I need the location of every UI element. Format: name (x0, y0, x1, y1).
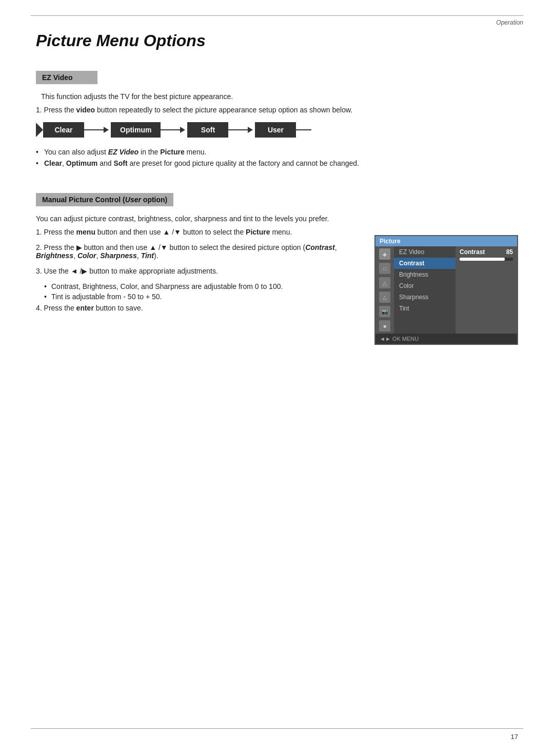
manual-sub-bullets: Contrast, Brightness, Color, and Sharpne… (44, 282, 359, 301)
operation-label: Operation (496, 19, 523, 26)
flow-arrow-2 (161, 129, 181, 130)
manual-section: Manual Picture Control (User option) You… (36, 193, 518, 345)
ez-video-bullet-1: You can also adjust EZ Video in the Pict… (36, 148, 518, 156)
flow-arrow-1 (84, 129, 105, 130)
tv-menu-footer: ◄► OK MENU (375, 334, 517, 344)
flow-box-optimum: Optimum (111, 122, 161, 138)
ez-video-flow: Clear Optimum Soft User (36, 122, 518, 138)
ez-video-header: EZ Video (36, 71, 97, 84)
manual-content: You can adjust picture contrast, brightn… (36, 215, 518, 345)
manual-header: Manual Picture Control (User option) (36, 193, 173, 206)
tv-icon-4: △ (379, 292, 390, 303)
flow-box-soft: Soft (187, 122, 228, 138)
tv-icon-1: ◆ (379, 248, 390, 260)
ez-video-section: EZ Video This function adjusts the TV fo… (36, 71, 518, 167)
page-number: 17 (0, 729, 554, 741)
tv-menu-item-contrast: Contrast (394, 258, 456, 269)
tv-menu-right-title: Contrast 85 (460, 248, 513, 256)
manual-step3: 3. Use the ◄ /▶ button to make appropria… (36, 267, 359, 275)
tv-menu-item-ezvideo: EZ Video (394, 246, 456, 258)
manual-step1: 1. Press the menu button and then use ▲ … (36, 228, 359, 236)
tv-icon-5: 📷 (379, 306, 390, 317)
ez-video-bullets: You can also adjust EZ Video in the Pict… (36, 148, 518, 167)
page-title: Picture Menu Options (36, 31, 518, 50)
tv-menu-body: ◆ □ △ △ 📷 ■ EZ Video Contrast Brightness… (375, 246, 517, 334)
manual-text: You can adjust picture contrast, brightn… (36, 215, 359, 319)
flow-start-arrow (36, 123, 43, 137)
ez-video-bullet-2: Clear, Optimum and Soft are preset for g… (36, 159, 518, 167)
tv-menu-title: Picture (375, 236, 517, 246)
tv-progress-bar (460, 258, 513, 261)
flow-arrow-3 (228, 129, 249, 130)
tv-menu-items: EZ Video Contrast Brightness Color Sharp… (394, 246, 456, 334)
manual-sub-bullet-2: Tint is adjustable from - 50 to + 50. (44, 293, 359, 301)
manual-sub-bullet-1: Contrast, Brightness, Color, and Sharpne… (44, 282, 359, 290)
manual-step2: 2. Press the ▶ button and then use ▲ /▼ … (36, 243, 359, 260)
flow-box-user: User (255, 122, 296, 138)
tv-icon-3: △ (379, 277, 390, 288)
ez-video-desc: This function adjusts the TV for the bes… (41, 92, 518, 101)
tv-menu-item-color: Color (394, 280, 456, 292)
flow-end-line (296, 129, 311, 130)
ez-video-step1: 1. Press the video button repeatedly to … (36, 106, 518, 114)
tv-menu-screenshot: Picture ◆ □ △ △ 📷 ■ EZ Video Contrast Br… (374, 235, 518, 345)
manual-desc: You can adjust picture contrast, brightn… (36, 215, 359, 223)
flow-box-clear: Clear (43, 122, 84, 138)
tv-menu-icons: ◆ □ △ △ 📷 ■ (375, 246, 394, 334)
tv-menu-item-sharpness: Sharpness (394, 292, 456, 303)
tv-icon-6: ■ (379, 320, 390, 332)
tv-icon-2: □ (379, 263, 390, 274)
tv-progress-fill (460, 258, 505, 261)
tv-menu-item-brightness: Brightness (394, 269, 456, 280)
manual-step4: 4. Press the enter button to save. (36, 304, 359, 312)
tv-menu-right: Contrast 85 (456, 246, 517, 334)
tv-menu-item-tint: Tint (394, 303, 456, 314)
